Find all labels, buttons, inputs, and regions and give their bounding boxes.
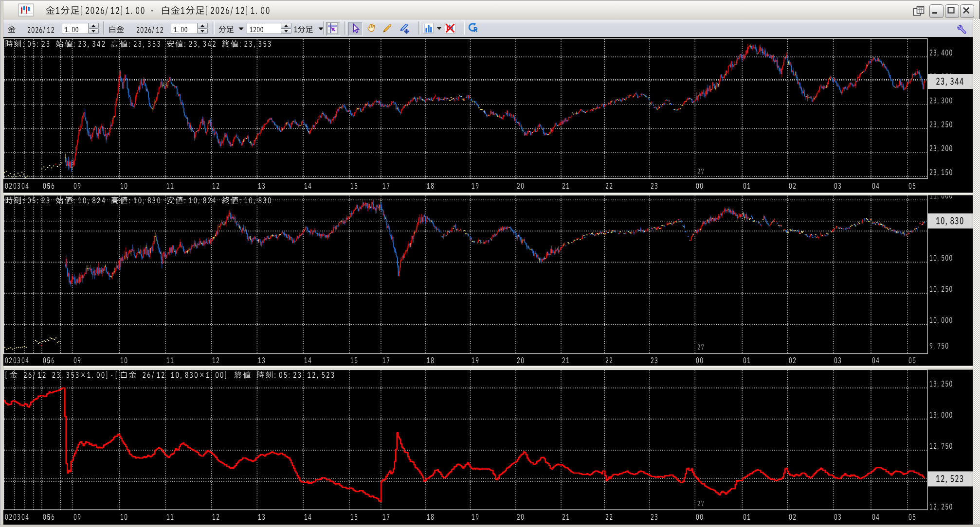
platinum-symbol-label: 白金 <box>108 24 126 33</box>
chart-area[interactable] <box>0 37 980 527</box>
pencil-draw-button[interactable] <box>381 22 394 35</box>
bar-type-dropdown-arrow-icon[interactable] <box>238 27 244 31</box>
bar-chart-style-button[interactable] <box>422 22 435 35</box>
bar-count-spinner[interactable] <box>281 23 292 34</box>
gold-multiplier-value: 1.00 <box>64 25 86 32</box>
toolbar-separator <box>463 21 465 35</box>
candle-delete-icon <box>444 22 456 35</box>
toolbar: 金 2026/12 1.00 白金 2026/12 1.00 分足 1200 1… <box>0 19 980 37</box>
chart-cursor-mode-button[interactable] <box>326 22 340 36</box>
gold-multiplier-spinner[interactable] <box>88 23 99 34</box>
toolbar-separator <box>345 21 346 35</box>
platinum-multiplier-input[interactable]: 1.00 <box>171 23 197 34</box>
chart-cursor-icon <box>327 22 339 35</box>
refresh-button[interactable] <box>466 22 479 35</box>
last-price-badge <box>928 74 974 89</box>
platinum-multiplier-spinner[interactable] <box>197 23 208 34</box>
bar-count-input[interactable]: 1200 <box>247 23 281 34</box>
window-border-bottom[interactable] <box>0 525 980 527</box>
bar-count-value: 1200 <box>249 25 271 32</box>
window-border-right[interactable] <box>973 19 980 527</box>
select-cursor-button[interactable] <box>348 22 363 36</box>
minimize-button[interactable] <box>929 4 944 18</box>
cascade-windows-icon[interactable] <box>913 5 925 17</box>
gold-multiplier-input[interactable]: 1.00 <box>62 23 88 34</box>
bar-chart-style-dropdown-arrow-icon[interactable] <box>436 27 442 30</box>
toolbar-separator <box>418 21 420 35</box>
window-border-left <box>0 1 3 527</box>
toolbar-separator <box>323 21 325 35</box>
window-title: 金1分足[2026/12]1.00 - 白金1分足[2026/12]1.00 <box>45 4 415 17</box>
last-price-badge <box>928 213 974 228</box>
window-resize-texture <box>974 19 979 525</box>
hand-icon <box>365 22 378 35</box>
close-button[interactable] <box>960 4 974 18</box>
settings-wrench-icon[interactable] <box>955 23 968 36</box>
panel-divider <box>0 193 976 195</box>
toolbar-separator <box>103 21 105 35</box>
gold-month-label: 2026/12 <box>27 25 57 33</box>
refresh-icon <box>466 22 479 35</box>
bar-type-dropdown-label[interactable]: 分足 <box>218 24 236 33</box>
hand-pan-button[interactable] <box>365 22 378 35</box>
marker-crosshair-icon <box>398 22 411 35</box>
marker-crosshair-button[interactable] <box>398 22 411 35</box>
bar-chart-icon <box>422 22 435 35</box>
panel-divider <box>0 366 976 370</box>
gold-symbol-label: 金 <box>7 24 17 33</box>
delete-chart-button[interactable] <box>444 22 457 35</box>
timeframe-dropdown-label[interactable]: 1分足 <box>293 24 316 33</box>
maximize-button[interactable] <box>945 4 959 18</box>
select-cursor-icon <box>349 22 361 35</box>
pencil-icon <box>381 22 394 35</box>
app-icon <box>18 3 35 17</box>
toolbar-separator <box>213 21 215 35</box>
platinum-month-label: 2026/12 <box>136 25 166 33</box>
last-price-badge <box>928 472 974 487</box>
app-window: 金1分足[2026/12]1.00 - 白金1分足[2026/12]1.00 金… <box>0 0 980 527</box>
title-bar[interactable]: 金1分足[2026/12]1.00 - 白金1分足[2026/12]1.00 <box>0 1 980 19</box>
platinum-multiplier-value: 1.00 <box>173 25 195 32</box>
